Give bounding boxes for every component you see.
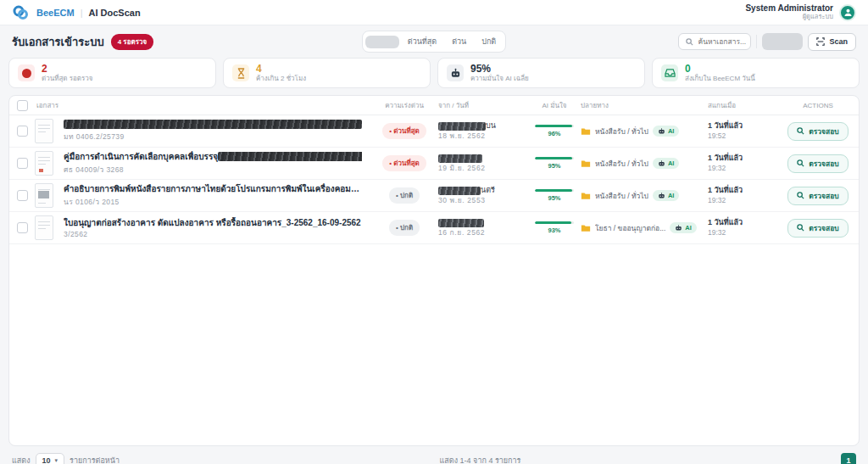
document-ref: ศธ 04009/ว 3268 <box>64 164 362 176</box>
stat-value: 2 <box>42 64 93 75</box>
document-date: 30 พ.ย. 2553 <box>438 196 528 205</box>
ai-chip-label: AI <box>668 127 675 135</box>
filter-normal[interactable]: ปกติ <box>475 33 503 50</box>
ai-confidence-bar <box>535 221 571 224</box>
chevron-down-icon: ▾ <box>55 457 58 464</box>
pending-count-badge: 4 รอตรวจ <box>111 34 153 50</box>
search-box[interactable] <box>678 33 751 50</box>
col-scanned: สแกนเมื่อ <box>708 100 777 111</box>
col-urgency: ความเร่งด่วน <box>385 100 424 111</box>
table-header: เอกสาร ความเร่งด่วน จาก / วันที่ AI มั่น… <box>9 96 859 115</box>
hourglass-icon <box>232 64 249 81</box>
row-checkbox[interactable] <box>17 190 28 201</box>
stat-card-overdue: 4 ค้างเกิน 2 ชั่วโมง <box>223 58 431 88</box>
per-page-label: รายการต่อหน้า <box>70 455 120 464</box>
scanned-time: 19:32 <box>708 228 777 238</box>
page-title: รับเอกสารเข้าระบบ <box>12 33 104 51</box>
document-ref: นร 0106/ว 2015 <box>64 196 362 208</box>
document-date: 16 ก.ย. 2562 <box>438 228 528 238</box>
document-ref: 3/2562 <box>64 230 362 238</box>
col-ai: AI มั่นใจ <box>542 100 566 111</box>
destination-label: โยธา / ขออนุญาตก่อ... <box>595 222 665 234</box>
scanned-ago: 1 วันที่แล้ว <box>708 121 777 131</box>
document-thumbnail <box>35 151 53 176</box>
review-button[interactable]: ตรวจสอบ <box>787 122 849 141</box>
show-label: แสดง <box>12 455 31 464</box>
review-button-label: ตรวจสอบ <box>809 222 839 234</box>
review-button[interactable]: ตรวจสอบ <box>787 219 849 238</box>
col-destination: ปลายทาง <box>581 100 708 111</box>
search-input[interactable] <box>698 37 748 46</box>
review-button[interactable]: ตรวจสอบ <box>787 187 849 205</box>
per-page-value: 10 <box>42 456 51 464</box>
stat-label: ความมั่นใจ AI เฉลี่ย <box>470 75 529 83</box>
ai-confidence-bar <box>535 157 572 159</box>
magnifier-icon <box>797 159 804 167</box>
table-row: ใบอนุญาตก่อสร้างอาคาร ดัดแปลงอาคาร หรือร… <box>9 212 859 244</box>
stat-value: 4 <box>256 64 306 75</box>
select-all-checkbox[interactable] <box>17 100 28 111</box>
stat-value: 0 <box>685 64 755 75</box>
scanned-time: 19:52 <box>708 131 777 141</box>
scan-button[interactable]: Scan <box>808 33 856 51</box>
ai-confidence-bar <box>535 125 572 127</box>
filter-all-redacted[interactable] <box>365 36 399 48</box>
document-date: 19 มิ.ย. 2562 <box>438 164 528 173</box>
magnifier-icon <box>797 192 804 199</box>
urgency-badge: ด่วนที่สุด <box>382 123 426 139</box>
row-checkbox[interactable] <box>17 222 28 233</box>
urgency-badge: ปกติ <box>389 220 420 236</box>
stat-label: ค้างเกิน 2 ชั่วโมง <box>256 75 306 83</box>
page-1-button[interactable]: 1 <box>841 453 856 464</box>
brand-name: BeeECM <box>36 8 75 18</box>
ai-chip: AI <box>670 222 697 233</box>
destination-label: หนังสือรับ / ทั่วไป <box>595 126 648 137</box>
stat-cards: 2 ด่วนที่สุด รอตรวจ 4 ค้างเกิน 2 ชั่วโมง… <box>8 58 860 88</box>
ai-chip-label: AI <box>685 224 692 232</box>
ai-chip: AI <box>653 190 680 201</box>
row-checkbox[interactable] <box>17 126 28 137</box>
folder-icon <box>581 192 591 200</box>
scanned-ago: 1 วันที่แล้ว <box>708 154 777 163</box>
document-ref: มท 0406.2/25739 <box>64 131 362 143</box>
ai-chip: AI <box>653 158 680 169</box>
brand-area: BeeECM | AI DocScan <box>12 5 141 20</box>
document-thumbnail <box>35 215 53 240</box>
per-page-select[interactable]: 10 ▾ <box>36 453 65 464</box>
avatar[interactable] <box>839 4 856 21</box>
scan-button-label: Scan <box>829 37 848 46</box>
scanned-time: 19:32 <box>708 196 777 205</box>
ai-confidence: 95% <box>535 189 574 202</box>
ai-chip: AI <box>653 126 680 137</box>
redacted-from <box>438 122 486 131</box>
scanned-time: 19:32 <box>708 164 777 173</box>
user-menu[interactable]: System Administrator ผู้ดูแลระบบ <box>745 3 856 20</box>
stat-value: 95% <box>470 64 529 75</box>
from-suffix: บน <box>486 121 496 130</box>
document-title: คำอธิบายการพิมพ์หนังสือรายการภาษาไทยด้วย… <box>64 183 362 194</box>
filter-urgent[interactable]: ด่วน <box>445 33 473 50</box>
person-icon <box>843 8 853 17</box>
redacted-title <box>218 152 362 161</box>
filter-most-urgent[interactable]: ด่วนที่สุด <box>401 33 443 50</box>
ai-chip-label: AI <box>668 159 675 167</box>
document-thumbnail <box>35 183 53 208</box>
redacted-button[interactable] <box>762 33 803 50</box>
ai-confidence-label: 93% <box>535 226 574 234</box>
robot-icon <box>447 64 464 81</box>
row-checkbox[interactable] <box>17 158 28 169</box>
col-from-date: จาก / วันที่ <box>438 100 528 111</box>
review-button-label: ตรวจสอบ <box>809 126 839 137</box>
redacted-from <box>438 219 484 227</box>
ai-confidence-bar <box>535 189 572 192</box>
stat-label: ด่วนที่สุด รอตรวจ <box>42 75 93 83</box>
inbox-icon <box>661 64 678 81</box>
document-title: ใบอนุญาตก่อสร้างอาคาร ดัดแปลงอาคาร หรือร… <box>64 217 361 228</box>
ai-confidence: 96% <box>535 125 574 137</box>
toolbar-divider <box>756 35 757 48</box>
folder-icon <box>581 127 591 136</box>
ai-confidence: 93% <box>535 221 574 234</box>
range-label: แสดง 1-4 จาก 4 รายการ <box>440 455 521 464</box>
review-button[interactable]: ตรวจสอบ <box>787 154 849 173</box>
scanned-ago: 1 วันที่แล้ว <box>708 186 777 195</box>
